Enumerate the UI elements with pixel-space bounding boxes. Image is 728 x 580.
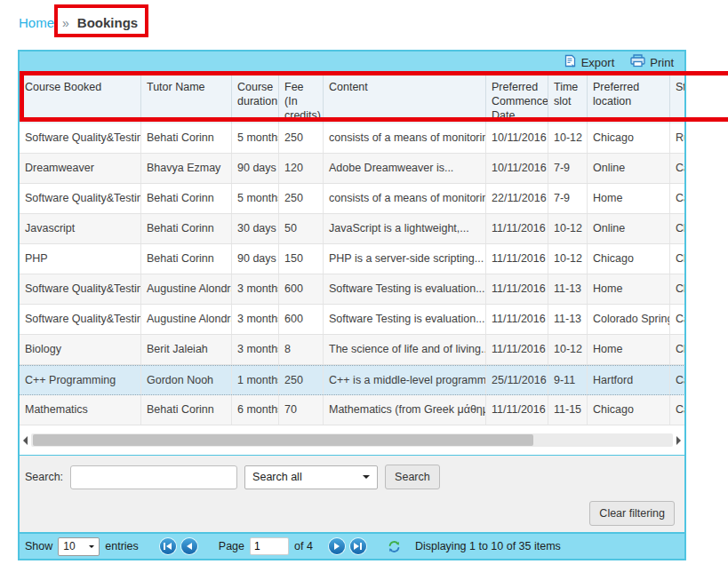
cell-course-booked: Software Quality&Testing [20,184,141,213]
paging-status: Displaying 1 to 10 of 35 items [415,540,561,552]
cell-preferred-location: Chicago [588,244,670,274]
search-field-select[interactable]: Search all [244,465,378,489]
cell-fee: 50 [279,214,324,243]
next-page-button[interactable] [329,538,345,554]
cell-time-slot: 9-11 [548,366,588,394]
cell-time-slot: 10-12 [548,123,588,153]
cell-course-duration: 1 months [232,366,279,394]
cell-course-booked: Dreamweaver [20,154,141,183]
print-icon [630,54,645,70]
cell-content: PHP is a server-side scripting... [324,244,486,274]
cell-course-duration: 30 days [232,214,279,243]
cell-commence-date: 11/11/2016 [486,244,548,274]
cell-course-booked: Software Quality&Testing [20,123,141,153]
scrollbar-track[interactable] [31,433,673,447]
clear-filtering-button[interactable]: Clear filtering [589,501,675,526]
cell-fee: 250 [279,123,324,153]
previous-page-button[interactable] [181,538,197,554]
bookings-grid-widget: Export Print Course Booked Tutor Name Co… [18,50,686,560]
cell-content: The science of life and of living... [324,335,486,364]
chevron-down-icon [89,545,94,551]
table-row[interactable]: Software Quality&Testing Behati Corinn 5… [20,123,684,154]
cell-course-duration: 5 months [232,123,279,153]
table-row[interactable]: Javascript Behati Corinn 30 days 50 Java… [20,214,684,244]
cell-status-clipped: Ca [670,154,684,183]
cell-course-duration: 3 months [232,274,279,304]
column-header-course-duration[interactable]: Course duration [232,73,279,123]
cell-preferred-location: Home [588,274,670,304]
cell-fee: 250 [279,366,324,394]
cell-fee: 600 [279,305,324,334]
cell-commence-date: 22/11/2016 [486,184,548,213]
column-header-tutor-name[interactable]: Tutor Name [141,73,232,123]
first-page-button[interactable] [160,538,176,554]
cell-content: JavaScript is a lightweight,... [324,214,486,243]
cell-course-booked: Software Quality&Testing [20,305,141,334]
cell-fee: 600 [279,274,324,304]
table-row[interactable]: Dreamweaver Bhavya Ezmay 90 days 120 Ado… [20,154,684,184]
column-header-commence-date[interactable]: Preferred Commence Date [486,73,548,123]
column-header-preferred-location[interactable]: Preferred location [588,73,670,123]
search-button[interactable]: Search [385,465,440,489]
scroll-right-arrow-icon[interactable] [676,436,681,445]
cell-tutor-name: Berit Jaleiah [141,335,232,364]
cell-time-slot: 11-13 [548,305,588,334]
refresh-icon [388,540,401,553]
export-button[interactable]: Export [564,54,615,71]
cell-tutor-name: Bhavya Ezmay [141,154,232,183]
page-size-select[interactable]: 10 [58,537,100,556]
cell-commence-date: 11/11/2016 [486,214,548,243]
cell-content: Adobe Dreamweaver is... [324,154,486,183]
column-header-time-slot[interactable]: Time slot [548,73,588,123]
previous-page-icon [186,543,193,550]
cell-time-slot: 7-9 [548,184,588,213]
cell-time-slot: 10-12 [548,335,588,364]
column-header-course-booked[interactable]: Course Booked [20,73,141,123]
breadcrumb: Home » Bookings [19,15,138,30]
cell-status-clipped: Ca [670,366,684,394]
print-button[interactable]: Print [630,54,674,70]
refresh-button[interactable] [388,540,401,553]
cell-preferred-location: Chicago [588,123,670,153]
cell-content: consists of a means of monitoring... [324,184,486,213]
table-row[interactable]: Mathematics Behati Corinn 6 months 70 Ma… [20,395,684,425]
search-input[interactable] [70,465,237,489]
table-row[interactable]: Biology Berit Jaleiah 3 months 8 The sci… [20,335,684,365]
cell-commence-date: 11/11/2016 [486,274,548,304]
cell-commence-date: 11/11/2016 [486,305,548,334]
cell-course-booked: C++ Programming [20,366,141,394]
scrollbar-thumb[interactable] [33,434,533,446]
cell-preferred-location: Home [588,184,670,213]
search-label: Search: [25,471,63,483]
table-row[interactable]: C++ Programming Gordon Nooh 1 months 250… [20,365,684,395]
last-page-button[interactable] [350,538,366,554]
cell-tutor-name: Behati Corinn [141,244,232,274]
cell-course-duration: 3 months [232,305,279,334]
table-row[interactable]: Software Quality&Testing Augustine Alond… [20,305,684,335]
page-number-input[interactable] [250,537,289,555]
filter-panel: Search: Search all Search Clear filterin… [20,455,684,532]
page-of-label: of 4 [294,540,313,552]
next-page-icon [333,543,340,550]
cell-status-clipped: Cl [670,335,684,364]
cell-course-booked: Javascript [20,214,141,243]
bookings-table: Course Booked Tutor Name Course duration… [20,73,684,425]
cell-tutor-name: Behati Corinn [141,184,232,213]
export-icon [564,54,577,71]
table-row[interactable]: Software Quality&Testing Behati Corinn 5… [20,184,684,214]
column-header-content[interactable]: Content [324,73,486,123]
column-header-fee[interactable]: Fee (In credits) [279,73,324,123]
last-page-icon [354,543,362,550]
cell-preferred-location: Chicago [588,395,670,425]
cell-status-clipped: Ca [670,305,684,334]
column-header-status-clipped[interactable]: St [670,73,684,123]
grid-toolbar: Export Print [20,52,684,73]
breadcrumb-home-link[interactable]: Home [19,15,54,30]
scroll-left-arrow-icon[interactable] [23,436,28,445]
table-row[interactable]: PHP Behati Corinn 90 days 150 PHP is a s… [20,244,684,274]
print-label: Print [650,56,674,69]
cell-tutor-name: Behati Corinn [141,123,232,153]
cell-content: consists of a means of monitoring... [324,123,486,153]
table-row[interactable]: Software Quality&Testing Augustine Alond… [20,274,684,305]
page-size-value: 10 [63,540,75,552]
